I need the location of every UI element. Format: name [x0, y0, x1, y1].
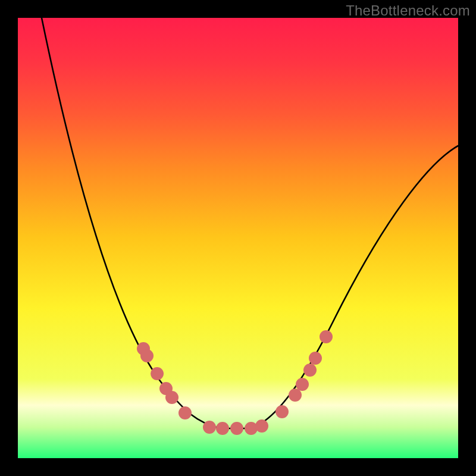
datapoint [309, 352, 322, 365]
datapoint [165, 391, 178, 404]
bottleneck-curve [0, 0, 476, 476]
datapoint [216, 422, 229, 435]
datapoint [303, 364, 317, 377]
datapoint [296, 378, 309, 391]
datapoint [255, 419, 268, 433]
datapoint [320, 330, 333, 343]
watermark-text: TheBottleneck.com [346, 2, 470, 19]
datapoint [230, 422, 243, 435]
datapoint [275, 405, 289, 418]
datapoint [151, 367, 164, 380]
datapoint [203, 421, 216, 434]
datapoint [178, 406, 192, 419]
datapoint [140, 349, 154, 362]
